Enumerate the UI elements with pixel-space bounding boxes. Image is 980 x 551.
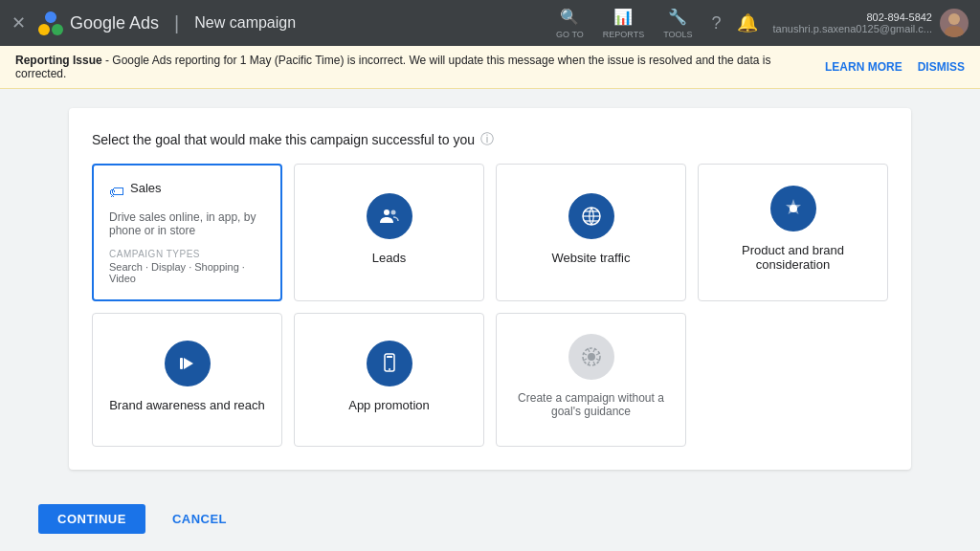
brand-awareness-icon: [165, 341, 211, 386]
app-title: Google Ads: [70, 13, 159, 33]
svg-point-6: [390, 209, 395, 214]
google-ads-logo: Google Ads: [37, 10, 159, 36]
tag-icon: 🏷: [109, 184, 124, 201]
user-info: 802-894-5842 tanushri.p.saxena0125@gmail…: [773, 11, 932, 34]
dismiss-button[interactable]: DISMISS: [918, 60, 965, 74]
website-traffic-title: Website traffic: [552, 251, 631, 265]
notification-icon[interactable]: 🔔: [737, 12, 758, 33]
svg-point-3: [948, 13, 960, 25]
goal-product-brand[interactable]: Product and brand consideration: [698, 164, 888, 301]
card-title: Select the goal that would make this cam…: [92, 131, 888, 148]
user-phone: 802-894-5842: [773, 11, 932, 23]
leads-title: Leads: [372, 251, 406, 265]
learn-more-link[interactable]: LEARN MORE: [825, 60, 902, 74]
campaign-types-val: Search · Display · Shopping · Video: [109, 261, 265, 284]
no-goal-title: Create a campaign without a goal's guida…: [512, 391, 670, 418]
main-content: Select the goal that would make this cam…: [0, 89, 980, 489]
campaign-goal-card: Select the goal that would make this cam…: [69, 108, 911, 470]
reports-label: REPORTS: [603, 30, 644, 39]
sales-header: 🏷 Sales: [109, 181, 162, 203]
product-brand-title: Product and brand consideration: [714, 243, 872, 272]
reports-nav[interactable]: 📊 REPORTS: [603, 8, 644, 39]
user-account[interactable]: 802-894-5842 tanushri.p.saxena0125@gmail…: [773, 9, 969, 37]
svg-point-0: [38, 24, 50, 35]
alert-message: Reporting Issue - Google Ads reporting f…: [15, 54, 825, 80]
svg-point-4: [945, 26, 964, 37]
goal-app-promotion[interactable]: App promotion: [294, 313, 484, 447]
sales-title: Sales: [130, 181, 162, 195]
svg-rect-13: [180, 358, 183, 369]
reports-icon: 📊: [613, 8, 633, 26]
goal-leads[interactable]: Leads: [294, 164, 484, 301]
product-brand-icon: [770, 186, 816, 231]
close-icon[interactable]: ✕: [11, 12, 26, 33]
tools-nav[interactable]: 🔧 TOOLS: [663, 8, 692, 39]
tools-icon: 🔧: [668, 8, 687, 26]
no-goal-icon: [568, 334, 614, 380]
goto-label: GO TO: [556, 30, 584, 39]
user-email: tanushri.p.saxena0125@gmail.c...: [773, 23, 932, 34]
goal-no-goal[interactable]: Create a campaign without a goal's guida…: [496, 313, 686, 447]
svg-point-16: [389, 368, 390, 370]
page-title: New campaign: [194, 14, 296, 32]
alert-body: - Google Ads reporting for 1 May (Pacifi…: [15, 54, 770, 80]
svg-marker-12: [184, 358, 193, 369]
bottom-bar: CONTINUE CANCEL: [0, 489, 980, 549]
svg-point-2: [43, 10, 58, 25]
sales-desc: Drive sales online, in app, by phone or …: [109, 210, 265, 237]
svg-point-17: [588, 353, 595, 361]
alert-prefix: Reporting Issue: [15, 54, 102, 67]
card-title-text: Select the goal that would make this cam…: [92, 132, 475, 147]
help-icon[interactable]: ?: [712, 13, 722, 33]
tools-label: TOOLS: [663, 30, 692, 39]
app-promotion-icon: [367, 341, 412, 386]
continue-button[interactable]: CONTINUE: [38, 504, 145, 534]
alert-bar: Reporting Issue - Google Ads reporting f…: [0, 46, 980, 89]
svg-point-5: [384, 209, 390, 215]
website-traffic-icon: [568, 193, 614, 239]
goal-brand-awareness[interactable]: Brand awareness and reach: [92, 313, 282, 447]
goals-grid: 🏷 Sales Drive sales online, in app, by p…: [92, 164, 888, 447]
brand-awareness-title: Brand awareness and reach: [109, 398, 265, 412]
avatar: [940, 9, 969, 37]
cancel-button[interactable]: CANCEL: [161, 504, 238, 534]
goal-sales[interactable]: 🏷 Sales Drive sales online, in app, by p…: [92, 164, 282, 301]
goto-nav[interactable]: 🔍 GO TO: [556, 8, 584, 39]
app-promotion-title: App promotion: [348, 398, 430, 412]
search-icon: 🔍: [560, 8, 579, 26]
help-tooltip-icon[interactable]: ⓘ: [480, 131, 494, 148]
goal-website-traffic[interactable]: Website traffic: [496, 164, 686, 301]
nav-right: ? 🔔 802-894-5842 tanushri.p.saxena0125@g…: [712, 9, 969, 37]
top-navigation: ✕ Google Ads | New campaign 🔍 GO TO 📊 RE…: [0, 0, 980, 46]
leads-icon: [367, 193, 412, 239]
svg-rect-15: [387, 356, 392, 358]
nav-tools: 🔍 GO TO 📊 REPORTS 🔧 TOOLS: [556, 8, 692, 39]
svg-point-1: [52, 24, 63, 35]
campaign-types-label: CAMPAIGN TYPES: [109, 249, 200, 259]
